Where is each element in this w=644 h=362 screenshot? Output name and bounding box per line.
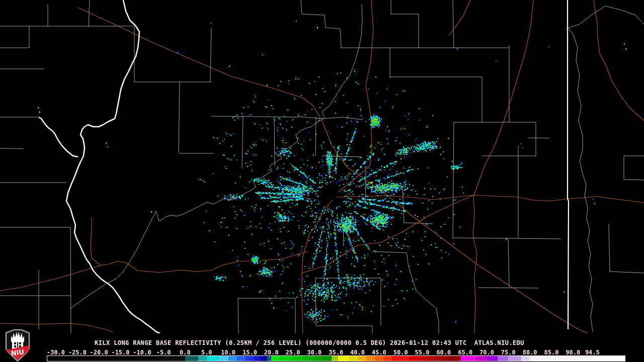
colorbar-tick: 90.0 (566, 349, 580, 356)
colorbar-tick: 55.0 (415, 349, 430, 356)
colorbar-tick: 35.0 (329, 349, 343, 356)
radar-viewer: NIU KILX LONG RANGE BASE REFLECTIVITY (0… (0, 0, 644, 362)
colorbar-tick: 85.0 (544, 349, 559, 356)
colorbar-tick-labels: -30.0-25.0-20.0-15.0-10.0-5.00.05.010.01… (0, 349, 644, 355)
colorbar-tick: -15.0 (111, 349, 129, 356)
colorbar-tick: 70.0 (479, 349, 494, 356)
colorbar-tick: 50.0 (393, 349, 408, 356)
colorbar-tick: 0.0 (180, 349, 191, 356)
colorbar-tick: 30.0 (307, 349, 321, 356)
colorbar-tick: 15.0 (243, 349, 257, 356)
colorbar-tick: 40.0 (350, 349, 365, 356)
colorbar-tick: 25.0 (286, 349, 300, 356)
colorbar-tick: 94.5 (585, 349, 600, 356)
radar-map-canvas (0, 0, 644, 333)
product-caption: KILX LONG RANGE BASE REFLECTIVITY (0.25K… (0, 339, 631, 346)
colorbar-tick: 60.0 (436, 349, 451, 356)
reflectivity-colorbar (47, 355, 625, 361)
colorbar-tick: -25.0 (68, 349, 87, 356)
colorbar-tick: 80.0 (523, 349, 537, 356)
colorbar-tick: -10.0 (133, 349, 151, 356)
colorbar-tick: 65.0 (458, 349, 472, 356)
colorbar-tick: 5.0 (201, 349, 212, 356)
colorbar-tick: -20.0 (90, 349, 108, 356)
colorbar-tick: -5.0 (156, 349, 171, 356)
colorbar-tick: 45.0 (372, 349, 386, 356)
colorbar-tick: 10.0 (221, 349, 235, 356)
colorbar-tick: -30.0 (47, 349, 65, 356)
colorbar-tick: 20.0 (264, 349, 279, 356)
colorbar-tick: 75.0 (501, 349, 516, 356)
